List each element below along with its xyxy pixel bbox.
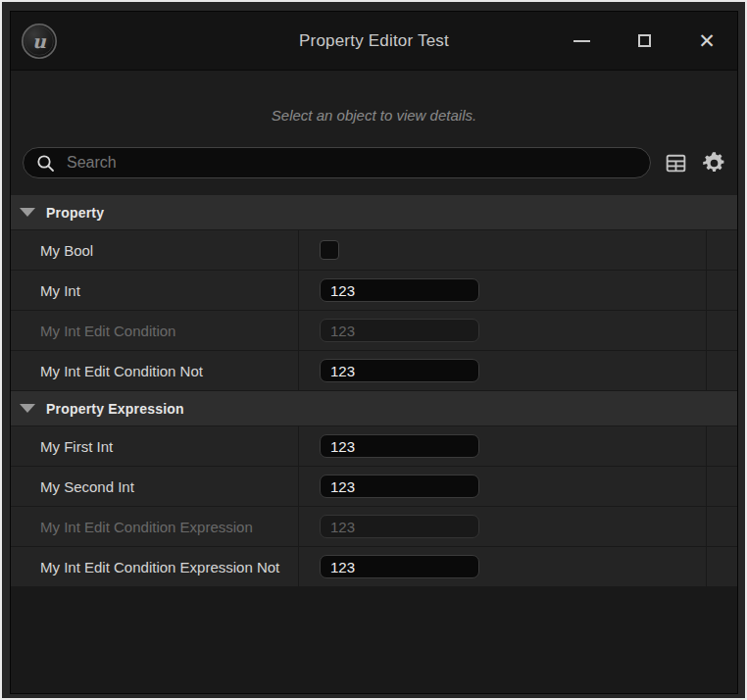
- details-panel: Select an object to view details.: [11, 71, 737, 693]
- empty-selection-message: Select an object to view details.: [11, 107, 737, 124]
- property-name-cell: My Second Int: [11, 467, 298, 506]
- property-row-my-int-edit-condition-expression-not: My Int Edit Condition Expression Not: [11, 547, 737, 587]
- search-toolbar: [23, 147, 727, 178]
- titlebar[interactable]: u Property Editor Test ✕: [11, 12, 737, 71]
- property-name-cell: My Int Edit Condition Expression Not: [11, 547, 298, 586]
- property-label: My Int Edit Condition: [40, 323, 175, 339]
- property-row-my-int: My Int: [11, 271, 737, 311]
- maximize-icon: [638, 34, 651, 47]
- property-value-cell: [298, 271, 706, 310]
- my-int-edit-condition-not-input[interactable]: [320, 359, 479, 382]
- property-name-cell: My Int: [11, 271, 298, 310]
- property-value-cell: [298, 467, 706, 506]
- view-options-button[interactable]: [701, 150, 727, 176]
- property-editor-window: u Property Editor Test ✕ Select an objec…: [10, 11, 738, 694]
- my-int-edit-condition-input: [320, 319, 479, 342]
- empty-area: [11, 587, 737, 693]
- property-name-cell: My Int Edit Condition: [11, 311, 298, 350]
- property-label: My Second Int: [40, 478, 134, 495]
- property-value-cell: [298, 351, 706, 390]
- property-row-my-first-int: My First Int: [11, 426, 737, 467]
- row-extra-cell: [706, 426, 737, 466]
- screenshot-frame: u Property Editor Test ✕ Select an objec…: [0, 0, 747, 700]
- search-input[interactable]: [65, 153, 637, 173]
- property-value-cell: [298, 507, 706, 546]
- window-controls: ✕: [531, 28, 737, 54]
- my-second-int-input[interactable]: [320, 475, 479, 498]
- close-button[interactable]: ✕: [694, 28, 720, 54]
- property-name-cell: My Int Edit Condition Not: [11, 351, 298, 390]
- my-bool-checkbox[interactable]: [320, 240, 339, 260]
- property-row-my-int-edit-condition: My Int Edit Condition: [11, 311, 737, 351]
- property-value-cell: [298, 311, 706, 350]
- search-icon: [36, 154, 55, 173]
- row-extra-cell: [706, 311, 737, 350]
- my-int-edit-condition-expression-input: [320, 515, 479, 538]
- my-int-input[interactable]: [320, 278, 479, 302]
- row-extra-cell: [706, 467, 737, 506]
- svg-text:u: u: [32, 29, 47, 51]
- property-label: My Int Edit Condition Expression: [40, 519, 253, 535]
- property-value-cell: [298, 426, 706, 466]
- property-row-my-int-edit-condition-expression: My Int Edit Condition Expression: [11, 507, 737, 547]
- property-row-my-bool: My Bool: [11, 230, 737, 271]
- table-grid-icon: [664, 151, 688, 175]
- property-label: My Int Edit Condition Expression Not: [40, 559, 279, 575]
- section-label: Property: [46, 205, 104, 221]
- unreal-engine-logo-icon: u: [21, 23, 58, 60]
- collapse-arrow-icon[interactable]: [20, 404, 35, 413]
- property-label: My Int: [40, 282, 80, 299]
- minimize-button[interactable]: [569, 28, 594, 54]
- row-extra-cell: [706, 507, 737, 546]
- minimize-icon: [573, 40, 590, 42]
- section-header-property-expression[interactable]: Property Expression: [11, 391, 737, 426]
- property-name-cell: My Bool: [11, 230, 298, 270]
- section-header-property[interactable]: Property: [11, 195, 737, 230]
- display-filter-button[interactable]: [664, 151, 688, 175]
- close-icon: ✕: [698, 30, 716, 51]
- property-label: My Bool: [40, 242, 93, 259]
- property-row-my-second-int: My Second Int: [11, 467, 737, 507]
- property-value-cell: [298, 547, 706, 586]
- property-label: My Int Edit Condition Not: [40, 363, 203, 379]
- property-value-cell: [298, 230, 706, 270]
- row-extra-cell: [706, 547, 737, 586]
- my-int-edit-condition-expression-not-input[interactable]: [320, 555, 479, 578]
- property-name-cell: My Int Edit Condition Expression: [11, 507, 298, 546]
- row-extra-cell: [706, 230, 737, 270]
- search-input-container[interactable]: [23, 147, 651, 178]
- maximize-button[interactable]: [631, 28, 657, 54]
- collapse-arrow-icon[interactable]: [20, 208, 35, 217]
- my-first-int-input[interactable]: [320, 434, 479, 458]
- property-label: My First Int: [40, 438, 113, 455]
- section-label: Property Expression: [46, 401, 184, 417]
- property-grid: Property My Bool My Int: [11, 195, 737, 587]
- row-extra-cell: [706, 351, 737, 390]
- row-extra-cell: [706, 271, 737, 310]
- property-row-my-int-edit-condition-not: My Int Edit Condition Not: [11, 351, 737, 391]
- property-name-cell: My First Int: [11, 426, 298, 466]
- gear-icon: [701, 150, 727, 176]
